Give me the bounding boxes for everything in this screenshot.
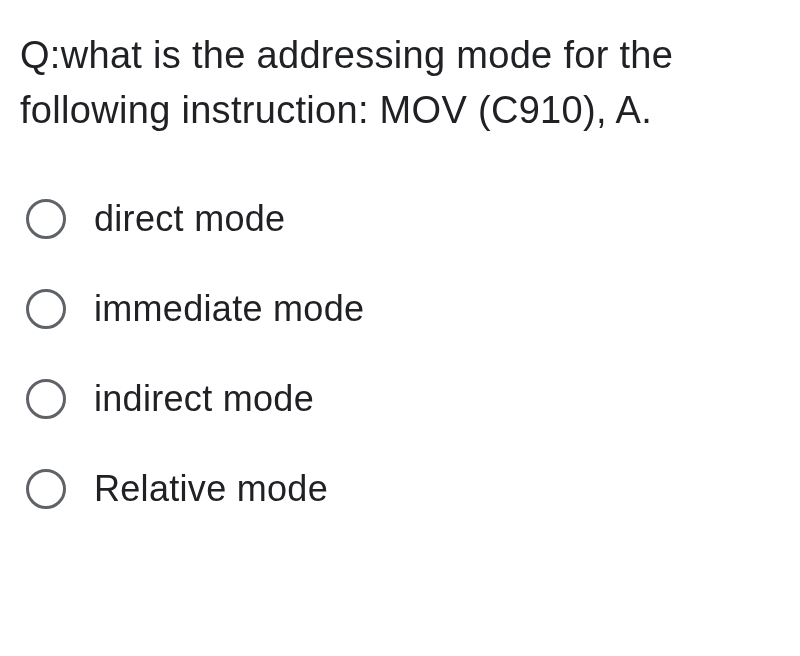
option-label: indirect mode — [94, 378, 314, 420]
option-label: direct mode — [94, 198, 285, 240]
radio-icon — [26, 379, 66, 419]
radio-icon — [26, 289, 66, 329]
radio-icon — [26, 469, 66, 509]
question-text: Q:what is the addressing mode for the fo… — [20, 28, 780, 138]
option-relative-mode[interactable]: Relative mode — [26, 468, 780, 510]
option-label: immediate mode — [94, 288, 364, 330]
option-direct-mode[interactable]: direct mode — [26, 198, 780, 240]
options-list: direct mode immediate mode indirect mode… — [20, 198, 780, 510]
option-indirect-mode[interactable]: indirect mode — [26, 378, 780, 420]
option-label: Relative mode — [94, 468, 328, 510]
option-immediate-mode[interactable]: immediate mode — [26, 288, 780, 330]
radio-icon — [26, 199, 66, 239]
